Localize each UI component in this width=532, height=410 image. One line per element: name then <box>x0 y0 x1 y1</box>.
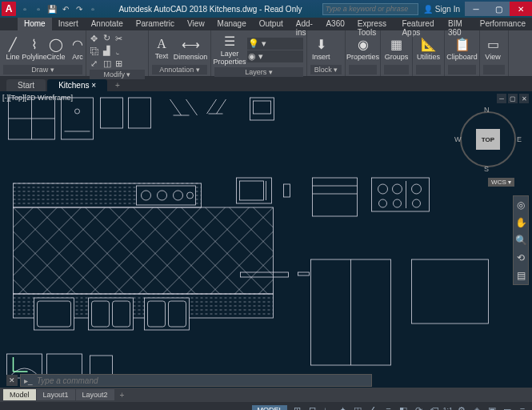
ribbon-tab-manage[interactable]: Manage <box>211 18 253 30</box>
scale-label[interactable]: 1:1 <box>442 406 453 410</box>
qat-open-icon[interactable]: ▫ <box>33 3 44 14</box>
svg-rect-27 <box>240 181 264 200</box>
wcs-dropdown[interactable]: WCS ▾ <box>488 178 514 187</box>
layer-state-icon[interactable]: 💡 ▾ <box>247 38 303 50</box>
view-button[interactable]: ▭View <box>483 35 502 62</box>
stretch-icon[interactable]: ⤢ <box>90 58 100 70</box>
polar-icon[interactable]: ✦ <box>336 405 349 411</box>
hardware-icon[interactable]: ▣ <box>486 405 498 411</box>
ribbon-tab-featured-apps[interactable]: Featured Apps <box>395 18 442 30</box>
viewcube-south[interactable]: S <box>484 165 489 173</box>
ribbon-tab-bim-360[interactable]: BIM 360 <box>442 18 474 30</box>
signin-button[interactable]: 👤Sign In <box>423 5 460 14</box>
circle-button[interactable]: ◯Circle <box>46 35 66 62</box>
clipboard-button[interactable]: 📋Clipboard <box>448 35 476 62</box>
viewcube-east[interactable]: E <box>517 135 522 143</box>
arc-button[interactable]: ◠Arc <box>68 35 87 62</box>
layout-tab-add[interactable]: + <box>115 389 130 401</box>
ribbon-tab-view[interactable]: View <box>181 18 211 30</box>
ribbon-tab-add-ins[interactable]: Add-ins <box>290 18 320 30</box>
fillet-icon[interactable]: ⦦ <box>114 46 123 57</box>
nav-orbit-icon[interactable]: ⟲ <box>517 252 525 263</box>
ribbon-tab-performance[interactable]: Performance <box>474 18 532 30</box>
viewcube-north[interactable]: N <box>484 106 490 114</box>
nav-showmotion-icon[interactable]: ▤ <box>517 270 526 281</box>
viewcube-face[interactable]: TOP <box>476 129 500 150</box>
svg-rect-29 <box>284 184 290 197</box>
ribbon-tab-a360[interactable]: A360 <box>319 18 350 30</box>
grid-icon[interactable]: ⊞ <box>290 405 303 411</box>
ortho-icon[interactable]: ∟ <box>321 405 334 410</box>
dimension-button[interactable]: ⟷Dimension <box>174 35 207 62</box>
insert-button[interactable]: ⬇Insert <box>310 35 332 62</box>
layout-tab-layout1[interactable]: Layout1 <box>37 389 75 400</box>
transparency-icon[interactable]: ◧ <box>397 405 410 411</box>
file-tab-start[interactable]: Start <box>6 79 46 91</box>
svg-rect-7 <box>129 98 151 128</box>
file-tab-kitchens[interactable]: Kitchens × <box>47 79 107 91</box>
move-icon[interactable]: ✥ <box>90 33 100 45</box>
command-input[interactable] <box>20 374 372 387</box>
otrack-icon[interactable]: ∠ <box>366 405 379 411</box>
ribbon-tab-parametric[interactable]: Parametric <box>130 18 181 30</box>
gear-icon[interactable]: ⚙ <box>455 405 468 411</box>
app-logo[interactable]: A <box>2 2 16 16</box>
groups-button[interactable]: ▦Groups <box>384 35 409 62</box>
ribbon-tab-insert[interactable]: Insert <box>52 18 85 30</box>
close-button[interactable]: ✕ <box>510 2 532 16</box>
polyline-button[interactable]: ⌇Polyline <box>25 35 44 62</box>
qat-redo-icon[interactable]: ↷ <box>74 3 85 14</box>
viewcube[interactable]: N S E W TOP <box>456 107 520 171</box>
nav-pan-icon[interactable]: ✋ <box>515 217 527 228</box>
trim-icon[interactable]: ✂ <box>114 33 123 45</box>
layer-properties-button[interactable]: ☰Layer Properties <box>214 32 245 67</box>
osnap-icon[interactable]: ◫ <box>351 405 364 411</box>
qat-undo-icon[interactable]: ↶ <box>60 3 71 14</box>
help-search-input[interactable] <box>322 3 418 15</box>
isolate-icon[interactable]: ◈ <box>470 405 483 411</box>
drawing-canvas[interactable]: [-][Top][2D Wireframe] ─ ▢ ✕ <box>0 91 532 388</box>
text-button[interactable]: AText <box>152 35 171 62</box>
cmd-close-icon[interactable]: ✕ <box>6 375 18 386</box>
ribbon-tab-home[interactable]: Home <box>18 18 52 30</box>
rotate-icon[interactable]: ↻ <box>102 32 112 44</box>
cycling-icon[interactable]: ⟳ <box>412 405 425 411</box>
snap-icon[interactable]: ⊡ <box>306 405 318 411</box>
lineweight-icon[interactable]: ≡ <box>382 405 394 410</box>
properties-button[interactable]: ◉Properties <box>349 35 377 62</box>
cleanscreen-icon[interactable]: ▭ <box>501 405 514 411</box>
scale-icon[interactable]: ◫ <box>102 58 112 70</box>
panel-label-utilities <box>416 65 441 74</box>
panel-label-modify[interactable]: Modify ▾ <box>90 70 145 79</box>
svg-rect-21 <box>145 298 190 330</box>
layout-tab-model[interactable]: Model <box>3 389 36 400</box>
panel-label-layers[interactable]: Layers ▾ <box>214 67 303 77</box>
annoscale-icon[interactable]: 🏷 <box>427 405 440 410</box>
panel-label-annotation[interactable]: Annotation ▾ <box>152 65 207 74</box>
panel-label-block[interactable]: Block ▾ <box>310 65 342 74</box>
file-tab-add[interactable]: + <box>109 79 126 91</box>
copy-icon[interactable]: ⿻ <box>90 46 100 57</box>
panel-label-draw[interactable]: Draw ▾ <box>3 65 82 74</box>
layout-tab-layout2[interactable]: Layout2 <box>76 389 114 400</box>
panel-label-clipboard <box>448 65 476 74</box>
viewcube-west[interactable]: W <box>454 135 462 143</box>
qat-new-icon[interactable]: ▫ <box>19 3 30 14</box>
status-model-button[interactable]: MODEL <box>252 405 287 410</box>
maximize-button[interactable]: ▢ <box>487 2 510 16</box>
ribbon-tab-annotate[interactable]: Annotate <box>85 18 130 30</box>
array-icon[interactable]: ⊞ <box>114 58 123 70</box>
nav-wheel-icon[interactable]: ◎ <box>517 199 525 211</box>
layer-combo[interactable]: ◉ ▾ <box>247 50 303 62</box>
nav-zoom-icon[interactable]: 🔍 <box>515 235 527 246</box>
customize-icon[interactable]: ≡ <box>516 405 529 410</box>
utilities-button[interactable]: 📐Utilities <box>416 35 441 62</box>
ribbon-tab-output[interactable]: Output <box>253 18 290 30</box>
qat-print-icon[interactable]: ▫ <box>87 3 98 14</box>
clipboard-icon: 📋 <box>454 37 470 52</box>
mirror-icon[interactable]: ▟ <box>102 45 112 57</box>
line-button[interactable]: ╱Line <box>3 35 22 62</box>
minimize-button[interactable]: ─ <box>465 2 487 16</box>
qat-save-icon[interactable]: 💾 <box>46 3 58 14</box>
ribbon-tab-express-tools[interactable]: Express Tools <box>351 18 396 30</box>
